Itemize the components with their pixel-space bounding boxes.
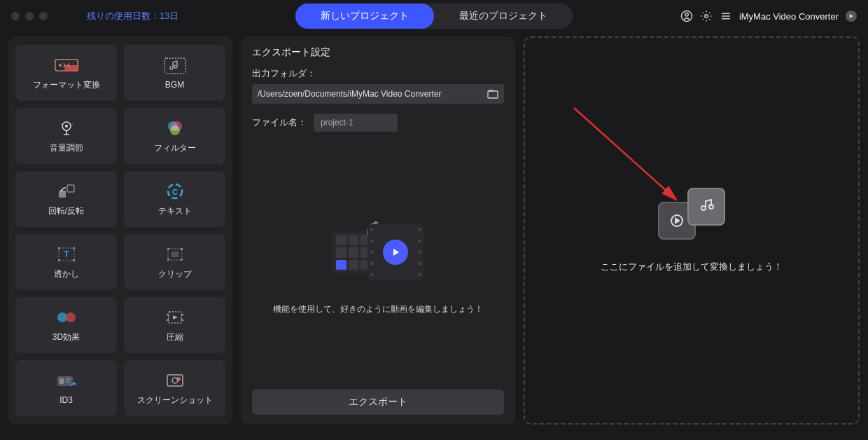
close-window-button[interactable]: [11, 12, 20, 20]
tool-bgm[interactable]: BGM: [124, 45, 225, 101]
tool-label: クリップ: [158, 268, 192, 280]
tool-label: フォーマット変換: [33, 79, 100, 91]
tool-label: フィルター: [154, 142, 196, 154]
svg-point-55: [709, 205, 713, 209]
play-badge-icon[interactable]: [846, 11, 857, 22]
minimize-window-button[interactable]: [25, 12, 34, 20]
screenshot-icon: [163, 371, 187, 390]
svg-rect-35: [172, 252, 178, 257]
text-icon: C: [163, 181, 187, 201]
clip-icon: [163, 245, 187, 264]
titlebar: 残りの使用日数：13日 新しいプロジェクト 最近のプロジェクト iMyMac V…: [0, 0, 868, 32]
svg-rect-27: [58, 259, 60, 261]
tab-recent-projects[interactable]: 最近のプロジェクト: [434, 4, 573, 29]
tool-filter[interactable]: フィルター: [124, 108, 225, 164]
svg-marker-6: [850, 14, 854, 18]
export-settings-title: エクスポート設定: [252, 46, 504, 59]
svg-text:T: T: [64, 249, 69, 259]
tool-label: 音量調節: [50, 142, 83, 154]
bgm-icon: [163, 56, 187, 76]
tool-label: スクリーンショット: [137, 394, 213, 406]
svg-rect-33: [167, 259, 169, 261]
svg-line-15: [71, 123, 73, 125]
tool-label: BGM: [165, 80, 184, 90]
export-button[interactable]: エクスポート: [252, 390, 504, 415]
svg-rect-20: [67, 185, 74, 192]
rotate-icon: [55, 181, 78, 201]
tool-text[interactable]: C テキスト: [124, 171, 225, 227]
svg-marker-54: [675, 217, 680, 224]
tool-compress[interactable]: 圧縮: [124, 297, 225, 353]
menu-icon[interactable]: [720, 10, 732, 22]
tool-label: 3D効果: [52, 331, 80, 343]
3d-icon: [55, 308, 78, 327]
svg-point-9: [59, 64, 62, 67]
tool-3d[interactable]: 3D効果: [15, 297, 117, 353]
tab-new-project[interactable]: 新しいプロジェクト: [295, 4, 434, 29]
svg-line-14: [60, 123, 62, 125]
preview-area: 機能を使用して、好きのように動画を編集しましょう！: [252, 146, 504, 390]
drop-zone-icon: [658, 188, 725, 240]
app-name: iMyMac Video Converter: [739, 11, 839, 22]
tool-screenshot[interactable]: スクリーンショット: [124, 360, 225, 416]
svg-rect-31: [167, 248, 169, 250]
svg-point-37: [66, 312, 76, 322]
compress-icon: [163, 308, 187, 327]
svg-rect-26: [73, 247, 75, 249]
tool-label: 圧縮: [167, 331, 183, 343]
header-right: iMyMac Video Converter: [680, 10, 857, 22]
volume-icon: [55, 118, 78, 138]
svg-marker-50: [393, 249, 399, 256]
window-controls: [11, 12, 48, 20]
svg-point-11: [65, 125, 68, 128]
output-folder-path: /Users/zoen/Documents/iMyMac Video Conve…: [258, 89, 442, 99]
svg-marker-39: [173, 315, 178, 319]
output-folder-field[interactable]: /Users/zoen/Documents/iMyMac Video Conve…: [252, 84, 504, 104]
svg-point-2: [705, 15, 708, 18]
tool-label: 透かし: [54, 268, 79, 280]
format-convert-icon: [55, 55, 78, 75]
account-icon[interactable]: [680, 10, 693, 22]
id3-icon: [55, 371, 78, 391]
filename-input[interactable]: project-1: [314, 114, 398, 132]
drop-zone[interactable]: ここにファイルを追加して変換しましょう！: [524, 36, 860, 425]
tool-volume[interactable]: 音量調節: [15, 108, 117, 164]
svg-rect-32: [181, 248, 183, 250]
tool-label: ID3: [59, 395, 73, 405]
svg-rect-48: [488, 91, 498, 98]
watermark-icon: T: [55, 245, 78, 264]
tool-id3[interactable]: ID3: [15, 360, 117, 416]
trial-days-label: 残りの使用日数：13日: [87, 10, 178, 22]
svg-point-1: [685, 13, 689, 17]
browse-folder-icon[interactable]: [487, 89, 498, 99]
svg-rect-45: [167, 375, 183, 386]
svg-rect-19: [59, 191, 66, 198]
svg-rect-28: [73, 259, 75, 261]
tool-rotate[interactable]: 回転/反転: [15, 171, 117, 227]
tool-watermark[interactable]: T 透かし: [15, 234, 117, 290]
settings-icon[interactable]: [700, 10, 713, 22]
svg-point-36: [57, 312, 67, 322]
svg-point-18: [170, 125, 180, 135]
edit-hint-text: 機能を使用して、好きのように動画を編集しましょう！: [273, 303, 483, 316]
tools-sidebar: フォーマット変換 BGM 音量調節 フィルター 回転/反転: [8, 36, 232, 425]
project-tabs: 新しいプロジェクト 最近のプロジェクト: [295, 4, 573, 29]
svg-rect-34: [181, 259, 183, 261]
tool-format-convert[interactable]: フォーマット変換: [15, 45, 117, 101]
export-panel: エクスポート設定 出力フォルダ： /Users/zoen/Documents/i…: [241, 36, 515, 425]
output-folder-label: 出力フォルダ：: [252, 67, 504, 80]
svg-rect-25: [58, 247, 60, 249]
filename-label: ファイル名：: [252, 116, 307, 129]
tool-label: 回転/反転: [48, 205, 84, 217]
svg-rect-41: [59, 378, 64, 384]
svg-rect-8: [64, 65, 78, 71]
tool-label: テキスト: [158, 205, 192, 217]
drop-zone-text: ここにファイルを追加して変換しましょう！: [601, 261, 783, 273]
tool-clip[interactable]: クリップ: [124, 234, 225, 290]
preview-graphic: [326, 219, 430, 289]
svg-text:C: C: [172, 188, 178, 196]
filter-icon: [163, 118, 187, 138]
svg-line-52: [574, 108, 676, 199]
maximize-window-button[interactable]: [39, 12, 48, 20]
